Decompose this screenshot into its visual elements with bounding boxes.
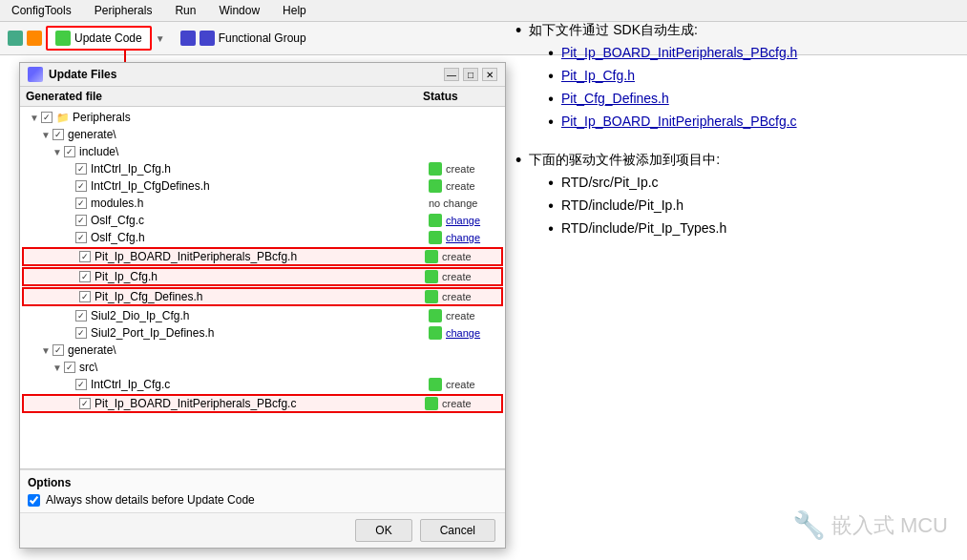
checkbox-peripherals[interactable] [41, 112, 53, 123]
update-code-button[interactable]: Update Code [46, 26, 152, 51]
status-text: create [442, 251, 472, 262]
status-cell: change [429, 326, 505, 340]
restore-button[interactable]: □ [463, 68, 478, 81]
list-item[interactable]: Siul2_Dio_Ip_Cfg.h create [20, 307, 505, 324]
always-show-checkbox[interactable] [28, 494, 40, 507]
list-item[interactable]: Oslf_Cfg.c change [20, 212, 505, 229]
file-label: Pit_Ip_BOARD_InitPeripherals_PBcfg.h [95, 250, 425, 263]
status-text: create [446, 310, 475, 321]
list-item[interactable]: IntCtrl_Ip_Cfg.c create [20, 376, 505, 393]
checkbox-include[interactable] [64, 146, 75, 157]
checkbox-file[interactable] [79, 271, 91, 282]
tree-item-generate1[interactable]: ▼ generate\ [20, 126, 505, 143]
checkbox-file[interactable] [75, 197, 87, 209]
file-label: IntCtrl_Ip_CfgDefines.h [91, 179, 429, 193]
sub-bullet: • RTD/src/Pit_Ip.c [548, 172, 726, 195]
sub-dot: • [548, 195, 554, 218]
status-cell: create [425, 250, 501, 263]
list-item[interactable]: Pit_Ip_BOARD_InitPeripherals_PBcfg.h cre… [22, 247, 503, 266]
status-icon [429, 231, 442, 244]
status-text[interactable]: change [446, 232, 480, 243]
file-label: IntCtrl_Ip_Cfg.c [91, 378, 429, 391]
section1-text: 如下文件通过 SDK自动生成: • Pit_Ip_BOARD_InitPerip… [529, 19, 797, 134]
status-text[interactable]: change [446, 327, 480, 339]
status-icon [429, 378, 442, 391]
sub-dot: • [548, 111, 554, 134]
menu-help[interactable]: Help [279, 2, 310, 19]
status-icon [429, 309, 442, 322]
list-item[interactable]: IntCtrl_Ip_Cfg.h create [20, 160, 505, 177]
list-item[interactable]: Oslf_Cfg.h change [20, 229, 505, 246]
list-item[interactable]: Pit_Ip_BOARD_InitPeripherals_PBcfg.c cre… [22, 394, 503, 413]
checkbox-file[interactable] [75, 215, 87, 226]
status-cell: create [425, 397, 501, 410]
sub-dot: • [548, 172, 554, 195]
tree-item-peripherals[interactable]: ▼ 📁 Peripherals [20, 109, 505, 126]
file-link: Pit_Ip_BOARD_InitPeripherals_PBcfg.h [561, 42, 797, 65]
file-label: Pit_Ip_Cfg_Defines.h [95, 290, 425, 303]
dropdown-arrow[interactable]: ▼ [156, 33, 165, 44]
status-cell: create [429, 179, 505, 193]
status-cell: create [429, 162, 505, 176]
expand-icon: ▼ [51, 147, 64, 157]
update-code-icon [55, 31, 71, 46]
dialog-title: Update Files [28, 67, 116, 82]
section1-files: • Pit_Ip_BOARD_InitPeripherals_PBcfg.h •… [529, 42, 797, 134]
options-area: Options Always show details before Updat… [20, 469, 505, 512]
file-label: generate\ [68, 343, 505, 357]
file-label: RTD/include/Pit_Ip_Types.h [561, 218, 726, 240]
list-item[interactable]: Pit_Ip_Cfg.h create [22, 267, 503, 286]
file-label: generate\ [68, 128, 505, 141]
status-icon [429, 179, 442, 193]
close-button[interactable]: ✕ [482, 68, 497, 81]
tree-item-generate2[interactable]: ▼ generate\ [20, 342, 505, 359]
checkbox-src[interactable] [64, 362, 75, 373]
checkbox-generate2[interactable] [53, 344, 64, 356]
checkbox-file[interactable] [75, 232, 87, 243]
checkbox-file[interactable] [79, 251, 91, 262]
file-label: RTD/src/Pit_Ip.c [561, 172, 659, 195]
checkbox-file[interactable] [75, 379, 87, 390]
menu-peripherals[interactable]: Peripherals [91, 2, 157, 19]
sub-bullet: • RTD/include/Pit_Ip_Types.h [548, 218, 726, 240]
dialog-icon [28, 67, 43, 82]
status-text[interactable]: change [446, 215, 480, 226]
checkbox-generate1[interactable] [53, 129, 64, 140]
functional-group-icon2 [200, 31, 215, 46]
checkbox-file[interactable] [75, 163, 87, 175]
ok-button[interactable]: OK [355, 519, 411, 542]
status-icon [425, 397, 438, 410]
checkbox-file[interactable] [79, 398, 91, 409]
status-text: create [442, 291, 472, 302]
checkbox-file[interactable] [75, 327, 87, 339]
minimize-button[interactable]: — [444, 68, 459, 81]
file-tree[interactable]: ▼ 📁 Peripherals ▼ generate\ ▼ include\ I… [20, 107, 505, 469]
status-cell: create [425, 290, 501, 303]
section2: • 下面的驱动文件被添加到项目中: • RTD/src/Pit_Ip.c • R… [515, 149, 957, 240]
bullet-dot: • [515, 19, 521, 43]
cancel-button[interactable]: Cancel [420, 519, 495, 542]
file-label: RTD/include/Pit_Ip.h [561, 195, 683, 218]
menu-window[interactable]: Window [215, 2, 263, 19]
sub-bullet: • Pit_Cfg_Defines.h [548, 88, 797, 111]
tree-item-src[interactable]: ▼ src\ [20, 359, 505, 376]
section1-intro: 如下文件通过 SDK自动生成: [529, 22, 698, 37]
status-icon [425, 250, 438, 263]
sub-dot: • [548, 65, 554, 88]
checkbox-file[interactable] [79, 291, 91, 302]
file-label: Siul2_Port_Ip_Defines.h [91, 326, 429, 340]
list-item[interactable]: Siul2_Port_Ip_Defines.h change [20, 324, 505, 342]
menu-run[interactable]: Run [171, 2, 200, 19]
dialog-titlebar: Update Files — □ ✕ [20, 63, 505, 87]
checkbox-file[interactable] [75, 310, 87, 321]
tree-item-include[interactable]: ▼ include\ [20, 143, 505, 160]
functional-group-label[interactable]: Functional Group [219, 31, 306, 45]
list-item[interactable]: modules.h no change [20, 195, 505, 212]
menu-configtools[interactable]: ConfigTools [8, 2, 75, 19]
status-text: create [446, 163, 475, 175]
list-item[interactable]: IntCtrl_Ip_CfgDefines.h create [20, 177, 505, 195]
checkbox-file[interactable] [75, 180, 87, 192]
status-icon [429, 162, 442, 176]
file-label: Oslf_Cfg.h [91, 231, 429, 244]
list-item[interactable]: Pit_Ip_Cfg_Defines.h create [22, 287, 503, 306]
